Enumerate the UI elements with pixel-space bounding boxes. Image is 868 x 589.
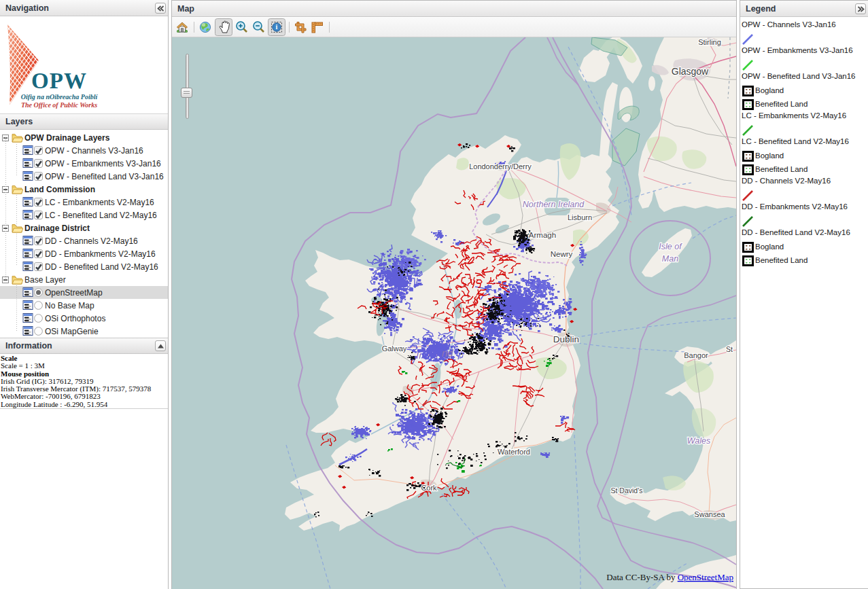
svg-text:Stirling: Stirling <box>698 38 721 46</box>
svg-text:OPW: OPW <box>31 69 87 93</box>
svg-text:Wales: Wales <box>687 436 711 446</box>
svg-text:Bangor: Bangor <box>684 351 708 359</box>
svg-text:Swansea: Swansea <box>694 510 725 518</box>
svg-text:Isle of: Isle of <box>659 242 682 251</box>
svg-text:Data CC-By-SA by OpenStreetMap: Data CC-By-SA by OpenStreetMap <box>606 572 733 582</box>
svg-text:Oifig na nOibreacha Poiblí: Oifig na nOibreacha Poiblí <box>21 93 99 101</box>
svg-text:i: i <box>276 23 278 31</box>
svg-text:Waterford: Waterford <box>498 448 530 456</box>
svg-text:Northern Ireland: Northern Ireland <box>523 200 585 209</box>
svg-text:Man: Man <box>662 254 678 264</box>
svg-text:Londonderry/Derry: Londonderry/Derry <box>469 162 532 171</box>
svg-text:St David's: St David's <box>611 486 643 495</box>
svg-text:Dublin: Dublin <box>553 334 579 344</box>
svg-text:The Office of Public Works: The Office of Public Works <box>21 101 97 109</box>
svg-text:Glasgow: Glasgow <box>672 66 709 77</box>
svg-text:Cork: Cork <box>421 484 437 492</box>
svg-text:St: St <box>726 345 733 353</box>
svg-text:Armagh: Armagh <box>529 231 556 239</box>
svg-text:Lisburn: Lisburn <box>568 213 592 221</box>
svg-text:nd: nd <box>442 347 453 359</box>
svg-text:Newry: Newry <box>551 250 573 258</box>
svg-text:Galway: Galway <box>382 344 407 353</box>
